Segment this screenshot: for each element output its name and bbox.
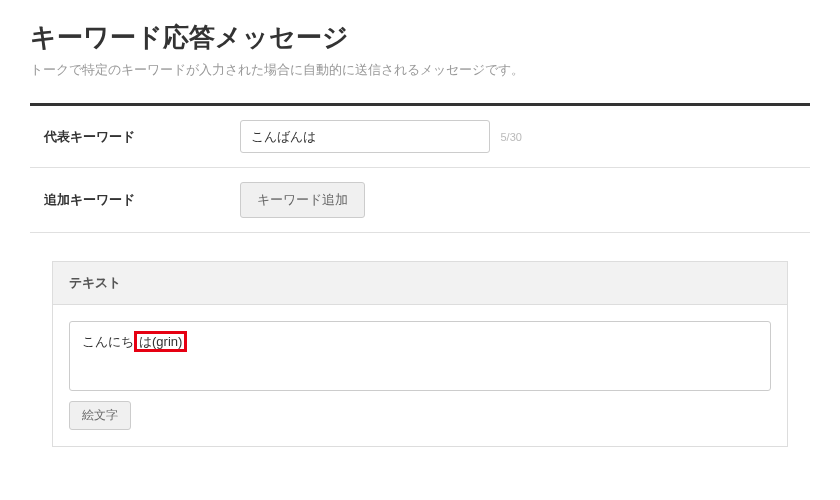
representative-keyword-input[interactable] xyxy=(240,120,490,153)
add-keyword-button[interactable]: キーワード追加 xyxy=(240,182,365,218)
text-section: テキスト こんにちは(grin) 絵文字 xyxy=(52,261,788,447)
message-textarea[interactable]: こんにちは(grin) xyxy=(69,321,771,391)
representative-keyword-char-count: 5/30 xyxy=(500,131,521,143)
message-text-prefix: こんにち xyxy=(82,334,134,349)
page-description: トークで特定のキーワードが入力された場合に自動的に送信されるメッセージです。 xyxy=(30,61,810,79)
representative-keyword-value-cell: 5/30 xyxy=(230,106,810,168)
emoji-button[interactable]: 絵文字 xyxy=(69,401,131,430)
additional-keyword-value-cell: キーワード追加 xyxy=(230,168,810,233)
additional-keyword-label: 追加キーワード xyxy=(30,168,230,233)
additional-keyword-row: 追加キーワード キーワード追加 xyxy=(30,168,810,233)
text-section-header: テキスト xyxy=(53,262,787,305)
message-text-highlighted: は(grin) xyxy=(134,331,187,352)
representative-keyword-row: 代表キーワード 5/30 xyxy=(30,106,810,168)
text-section-body: こんにちは(grin) 絵文字 xyxy=(53,305,787,446)
form-table: 代表キーワード 5/30 追加キーワード キーワード追加 xyxy=(30,106,810,233)
page-title: キーワード応答メッセージ xyxy=(30,20,810,55)
representative-keyword-label: 代表キーワード xyxy=(30,106,230,168)
